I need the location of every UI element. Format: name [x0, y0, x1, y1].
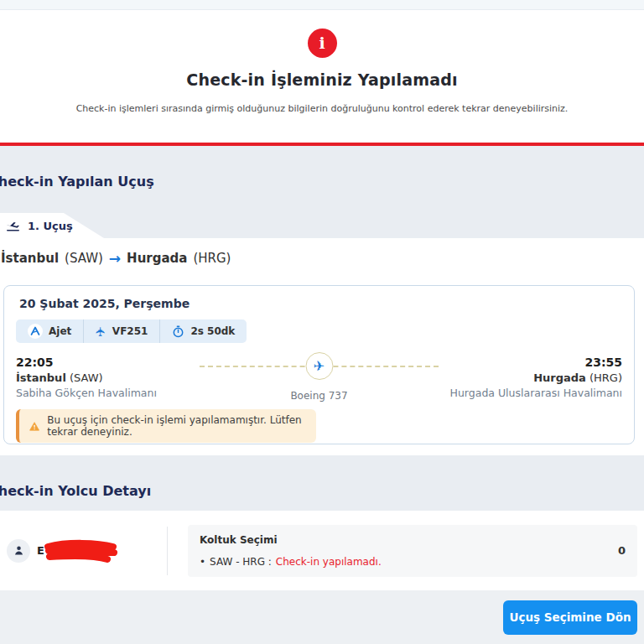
- passenger-section: Check-in Yolcu Detayı: [0, 455, 644, 511]
- passenger-name: E: [37, 538, 119, 564]
- stopwatch-icon: [172, 325, 184, 338]
- right-arrow-icon: →: [109, 252, 121, 266]
- flight-badge-strip: Ajet ✈ VF251 2s 50dk: [16, 319, 247, 343]
- arrival-time: 23:55: [442, 356, 622, 369]
- flight-number-label: VF251: [112, 325, 148, 337]
- arrival-city-name: Hurgada: [533, 371, 586, 384]
- checkin-warning-text: Bu uçuş için check-in işlemi yapılamamış…: [47, 414, 308, 438]
- route-origin-code: (SAW): [65, 251, 103, 266]
- redaction-scribble: [42, 539, 119, 564]
- arrival-city-code: (HRG): [589, 371, 622, 384]
- departure-airport: Sabiha Gökçen Havalimanı: [16, 387, 196, 399]
- seat-count: 0: [611, 544, 626, 557]
- passenger-section-title: Check-in Yolcu Detayı: [0, 483, 644, 499]
- arrival-block: 23:55 Hurgada (HRG) Hurgada Uluslararası…: [442, 356, 622, 399]
- departure-city-code: (SAW): [70, 371, 103, 384]
- departure-city: İstanbul (SAW): [16, 371, 196, 384]
- back-to-flight-selection-button[interactable]: Uçuş Seçimine Dön: [503, 600, 637, 635]
- passenger-row: E Koltuk Seçimi • SAW - HRG : Check-in y…: [0, 511, 644, 590]
- flight-card: 20 Şubat 2025, Perşembe Ajet ✈ VF251: [3, 285, 635, 444]
- checkin-result-header: i Check-in İşleminiz Yapılamadı Check-in…: [0, 10, 644, 143]
- seat-selection-title: Koltuk Seçimi: [200, 534, 611, 546]
- avatar: [7, 539, 30, 563]
- vertical-divider: [167, 527, 168, 575]
- departure-block: 22:05 İstanbul (SAW) Sabiha Gökçen Haval…: [16, 356, 196, 399]
- departure-city-name: İstanbul: [16, 371, 66, 384]
- tab-flight-1-label: 1. Uçuş: [28, 220, 73, 232]
- route-dest-code: (HRG): [193, 251, 231, 266]
- flight-section: Check-in Yapılan Uçuş 1. Uçuş: [0, 146, 644, 238]
- flight-path: ✈ Boeing 737: [196, 356, 442, 399]
- passenger-identity: E: [0, 538, 167, 564]
- plane-icon: ✈: [95, 326, 107, 337]
- airline-badge: Ajet: [16, 319, 83, 343]
- ajet-logo-icon: [28, 324, 43, 339]
- route-origin-city: İstanbul: [1, 251, 59, 266]
- arrival-city: Hurgada (HRG): [442, 371, 622, 384]
- flight-number-badge: ✈ VF251: [83, 319, 159, 343]
- route-dest-city: Hurgada: [127, 251, 187, 266]
- bullet-icon: •: [200, 556, 205, 568]
- top-nav-remnant: [0, 0, 644, 10]
- arrival-airport: Hurgada Uluslararası Havalimanı: [442, 387, 622, 399]
- departure-time: 22:05: [16, 356, 196, 369]
- error-info-icon: i: [308, 29, 337, 58]
- flight-tabs: 1. Uçuş: [0, 213, 644, 238]
- page-subtitle: Check-in işlemleri sırasında girmiş oldu…: [0, 103, 644, 114]
- footer-bar: Uçuş Seçimine Dön: [0, 590, 644, 644]
- flight-section-title: Check-in Yapılan Uçuş: [0, 174, 644, 190]
- airline-badge-label: Ajet: [49, 325, 71, 337]
- seat-status-text: Check-in yapılamadı.: [276, 556, 382, 568]
- seat-selection-info: Koltuk Seçimi • SAW - HRG : Check-in yap…: [200, 534, 611, 568]
- route-summary: İstanbul (SAW) → Hurgada (HRG): [0, 250, 644, 267]
- warning-triangle-icon: [29, 420, 39, 433]
- duration-badge: 2s 50dk: [159, 319, 247, 343]
- flight-times-row: 22:05 İstanbul (SAW) Sabiha Gökçen Haval…: [16, 356, 622, 399]
- seat-selection-row: • SAW - HRG : Check-in yapılamadı.: [200, 556, 611, 568]
- seat-selection-panel: Koltuk Seçimi • SAW - HRG : Check-in yap…: [188, 525, 637, 577]
- checkin-warning-banner: Bu uçuş için check-in işlemi yapılamamış…: [16, 409, 316, 443]
- person-icon: [13, 544, 25, 557]
- seat-route-label: SAW - HRG :: [210, 556, 272, 568]
- plane-glyph: ✈: [314, 360, 325, 373]
- flight-date: 20 Şubat 2025, Perşembe: [16, 297, 622, 310]
- page-title: Check-in İşleminiz Yapılamadı: [0, 70, 644, 89]
- tab-flight-1[interactable]: 1. Uçuş: [0, 213, 104, 238]
- flight-details: İstanbul (SAW) → Hurgada (HRG) 20 Şubat …: [0, 238, 644, 444]
- duration-label: 2s 50dk: [190, 325, 235, 337]
- plane-departure-icon: [6, 220, 21, 231]
- aircraft-type: Boeing 737: [290, 390, 347, 402]
- flight-path-plane-icon: ✈: [305, 352, 333, 380]
